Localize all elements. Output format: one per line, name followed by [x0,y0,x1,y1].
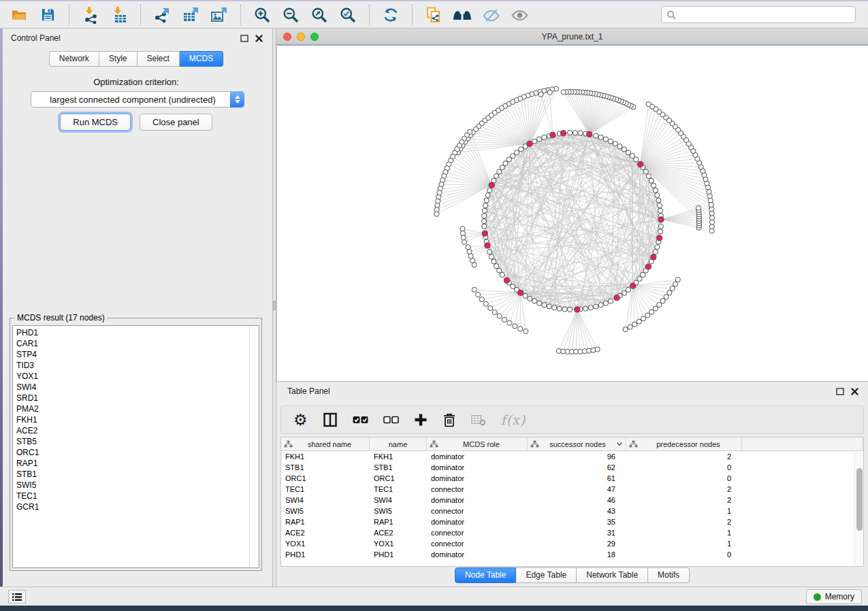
graph-node[interactable] [578,131,583,135]
graph-node[interactable] [653,250,658,254]
graph-mcds-node[interactable] [518,290,524,295]
column-header-name[interactable]: name [370,437,427,450]
table-row[interactable]: PHD1PHD1dominator180 [281,549,863,560]
mcds-result-item[interactable]: STP4 [13,349,249,360]
close-panel-button[interactable]: Close panel [140,114,212,131]
duplicate-network-button[interactable] [421,3,446,27]
save-session-button[interactable] [35,3,60,27]
optimization-criterion-select[interactable]: largest connected component (undirected) [31,91,244,108]
graph-node[interactable] [511,154,515,159]
graph-node[interactable] [603,137,608,142]
tab-style[interactable]: Style [99,51,138,67]
graph-node[interactable] [489,254,494,259]
graph-node[interactable] [641,272,645,277]
zoom-in-button[interactable] [250,3,274,27]
graph-node[interactable] [483,301,488,306]
graph-node[interactable] [485,193,490,197]
graph-node[interactable] [492,310,497,314]
graph-node[interactable] [649,178,654,183]
graph-node[interactable] [507,320,512,325]
graph-node[interactable] [511,284,515,288]
graph-node[interactable] [657,203,662,208]
mcds-result-item[interactable]: SWI5 [13,480,249,491]
graph-mcds-node[interactable] [587,131,592,137]
graph-node[interactable] [494,174,499,178]
tab-motifs[interactable]: Motifs [648,567,690,583]
mcds-result-item[interactable]: STB5 [13,436,249,447]
table-row[interactable]: TEC1TEC1connector472 [281,484,863,495]
graph-node[interactable] [487,188,492,193]
mcds-result-item[interactable]: FKH1 [13,414,249,425]
graph-node[interactable] [628,325,632,329]
graph-node[interactable] [603,301,608,306]
float-panel-icon[interactable] [836,388,844,395]
graph-mcds-node[interactable] [614,295,620,301]
graph-node[interactable] [466,245,470,250]
graph-node[interactable] [562,307,567,312]
graph-node[interactable] [626,150,630,155]
tab-edge-table[interactable]: Edge Table [516,567,577,583]
graph-node[interactable] [658,229,663,234]
graph-node[interactable] [537,301,542,306]
graph-node[interactable] [460,227,465,231]
graph-node[interactable] [513,324,517,329]
graph-mcds-node[interactable] [504,278,509,283]
function-builder-button[interactable]: f(x) [501,410,526,430]
export-image-button[interactable] [207,3,231,27]
zoom-fit-button[interactable] [307,3,332,27]
delete-column-button[interactable] [443,410,456,430]
graph-node[interactable] [643,169,648,174]
graph-node[interactable] [497,314,502,318]
mcds-result-item[interactable]: SWI4 [13,382,249,393]
graph-node[interactable] [670,286,675,291]
select-all-button[interactable] [353,410,368,430]
table-row[interactable]: FKH1FKH1dominator962 [281,451,863,462]
splitter-grip[interactable] [273,301,276,310]
mcds-result-item[interactable]: TEC1 [13,491,249,501]
graph-node[interactable] [673,282,677,286]
minimize-window-icon[interactable] [297,33,305,41]
table-settings-button[interactable]: ⚙ [293,410,308,430]
graph-node[interactable] [696,205,701,210]
graph-node[interactable] [583,306,588,311]
graph-node[interactable] [637,319,641,324]
graph-node[interactable] [656,198,661,203]
graph-node[interactable] [547,90,552,95]
graph-node[interactable] [667,291,672,295]
tab-network[interactable]: Network [49,51,99,67]
graph-node[interactable] [649,310,654,314]
graph-node[interactable] [622,291,626,295]
graph-node[interactable] [515,150,519,155]
graph-node[interactable] [484,198,489,203]
run-mcds-button[interactable]: Run MCDS [60,114,131,131]
graph-node[interactable] [637,276,642,281]
graph-mcds-node[interactable] [489,182,494,188]
graph-node[interactable] [552,306,557,310]
import-table-button[interactable] [107,3,131,27]
graph-node[interactable] [646,174,651,178]
graph-mcds-node[interactable] [560,131,566,136]
graph-node[interactable] [664,295,669,299]
export-table-button[interactable] [178,3,203,27]
mcds-result-item[interactable]: PHD1 [13,327,249,338]
graph-mcds-node[interactable] [630,283,636,288]
graph-node[interactable] [519,147,524,152]
column-header-successor-nodes[interactable]: successor nodes [528,437,626,450]
graph-node[interactable] [494,264,499,269]
mcds-result-item[interactable]: TID3 [13,360,249,371]
table-row[interactable]: YOX1YOX1connector291 [281,538,863,549]
graph-node[interactable] [598,135,603,139]
export-network-button[interactable] [150,3,174,27]
tab-mcds[interactable]: MCDS [180,51,223,67]
zoom-out-button[interactable] [278,3,303,27]
graph-node[interactable] [472,263,477,267]
graph-node[interactable] [617,144,622,149]
mcds-result-item[interactable]: PMA2 [13,403,249,414]
graph-node[interactable] [461,235,466,240]
graph-node[interactable] [434,212,439,216]
graph-node[interactable] [532,139,537,144]
show-panels-button[interactable] [8,590,26,604]
graph-mcds-node[interactable] [550,132,556,137]
graph-node[interactable] [497,268,502,273]
graph-node[interactable] [598,303,603,308]
